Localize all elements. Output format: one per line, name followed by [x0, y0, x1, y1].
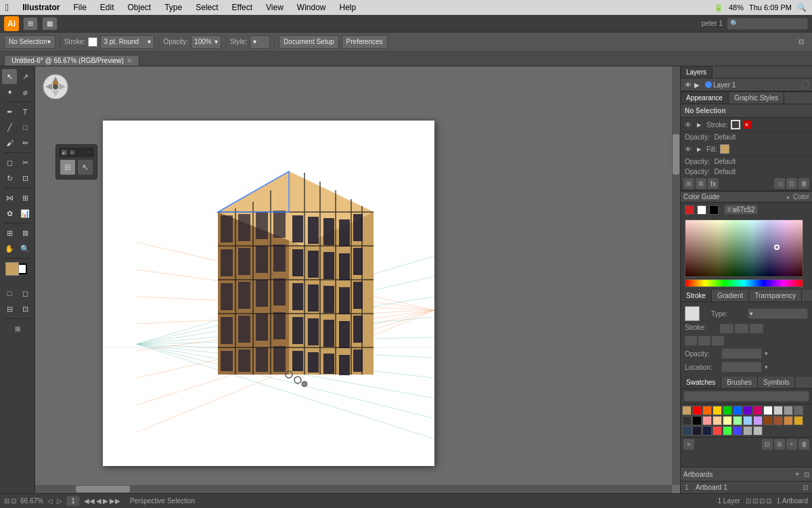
color-picker-square[interactable]: [685, 219, 803, 277]
menu-edit[interactable]: Edit: [97, 3, 117, 12]
nav-first[interactable]: ◀◀: [84, 497, 95, 505]
artboard-add[interactable]: +: [792, 469, 803, 480]
fill-swatch[interactable]: [5, 262, 19, 276]
butt-cap[interactable]: [685, 336, 697, 345]
hand-tool[interactable]: ✋: [2, 241, 17, 256]
swatch-cell-9[interactable]: [773, 406, 783, 415]
delete-item[interactable]: 🗑: [798, 178, 809, 189]
menu-object[interactable]: Object: [125, 3, 154, 12]
stroke-dash-1[interactable]: [720, 324, 734, 333]
swatch-cell-17[interactable]: [733, 416, 742, 425]
magic-wand-tool[interactable]: ✦: [2, 85, 17, 100]
show-swatch-kinds[interactable]: ⊡: [762, 439, 773, 450]
layer-btn-1[interactable]: ⊡: [746, 497, 751, 505]
nav-prev[interactable]: ◀: [96, 497, 102, 505]
layer-btn-2[interactable]: ⊡: [752, 497, 758, 505]
swatch-cell-7[interactable]: [753, 406, 763, 415]
symbol-sprayer-tool[interactable]: ✿: [2, 206, 17, 221]
swatch-cell-22[interactable]: [784, 416, 793, 425]
float-widget-menu[interactable]: ⋯: [85, 149, 91, 156]
swatch-cell-5[interactable]: [733, 406, 742, 415]
preferences-button[interactable]: Preferences: [342, 35, 388, 49]
swatch-cell-2[interactable]: [702, 406, 712, 415]
menu-view[interactable]: View: [263, 3, 286, 12]
normal-mode[interactable]: □: [2, 286, 17, 301]
swatch-cell-6[interactable]: [743, 406, 752, 415]
delete-swatch[interactable]: 🗑: [798, 439, 809, 450]
style-field[interactable]: ▾: [250, 35, 270, 49]
new-swatch[interactable]: +: [786, 439, 797, 450]
line-tool[interactable]: ╱: [2, 120, 17, 135]
swatch-cell-15[interactable]: [713, 416, 722, 425]
lasso-tool[interactable]: ⌀: [18, 85, 32, 100]
status-btn-2[interactable]: ⊡: [11, 497, 16, 505]
slice-tool[interactable]: ⊠: [18, 226, 32, 240]
status-btn-1[interactable]: ⊟: [4, 497, 9, 505]
swatches-search-input[interactable]: [683, 391, 809, 402]
swatch-cell-24[interactable]: [682, 426, 692, 436]
swatch-cell-18[interactable]: [743, 416, 752, 425]
menu-select[interactable]: Select: [193, 3, 221, 12]
swatch-cell-20[interactable]: [763, 416, 773, 425]
behind-mode[interactable]: ◻: [18, 286, 32, 301]
layer-arrow[interactable]: ▶: [694, 81, 704, 89]
free-transform-tool[interactable]: ⊞: [18, 190, 32, 205]
column-graph-tool[interactable]: 📊: [18, 206, 32, 221]
swatch-cell-27[interactable]: [713, 426, 722, 436]
tab-symbols[interactable]: Symbols: [758, 377, 795, 388]
rotate-tool[interactable]: ↻: [2, 171, 17, 186]
opacity-input[interactable]: [721, 348, 762, 359]
swatch-cell-1[interactable]: [692, 406, 702, 415]
warp-tool[interactable]: ⋈: [2, 190, 17, 205]
artboard-menu[interactable]: ⊡: [804, 471, 809, 478]
selection-tool[interactable]: ↖: [2, 69, 17, 84]
swatch-cell-14[interactable]: [702, 416, 712, 425]
tab-graphic-styles[interactable]: Graphic Styles: [729, 92, 784, 104]
tab-transparency[interactable]: Transparency: [749, 290, 802, 301]
scale-tool[interactable]: ⊡: [18, 171, 32, 186]
vertical-scrollbar[interactable]: [672, 66, 680, 485]
swatch-cell-19[interactable]: [753, 416, 763, 425]
tab-close-button[interactable]: ✕: [127, 57, 132, 64]
swatch-cell-28[interactable]: [723, 426, 732, 436]
vertical-scroll-thumb[interactable]: [673, 134, 679, 175]
menu-file[interactable]: File: [70, 3, 89, 12]
menu-help[interactable]: Help: [337, 3, 359, 12]
nav-next[interactable]: ▶: [103, 497, 108, 505]
pen-tool[interactable]: ✒: [2, 104, 17, 119]
black-swatch[interactable]: [709, 205, 719, 215]
swatch-cell-29[interactable]: [733, 426, 742, 436]
opacity-field[interactable]: 100% ▾: [191, 35, 221, 49]
fill-icon[interactable]: [720, 144, 729, 154]
add-new-effect[interactable]: ⊞: [683, 178, 694, 189]
zoom-prev[interactable]: ◁: [47, 497, 53, 505]
zoom-next[interactable]: ▷: [57, 497, 62, 505]
tab-stroke[interactable]: Stroke: [681, 290, 712, 301]
layer-select-circle[interactable]: [801, 81, 809, 89]
tab-swatches[interactable]: Swatches: [681, 377, 721, 388]
type-dropdown[interactable]: ▾: [748, 308, 808, 319]
horizontal-scrollbar[interactable]: [35, 485, 672, 493]
location-input[interactable]: [721, 362, 762, 373]
stroke-dash-3[interactable]: [750, 324, 763, 333]
stroke-width-field[interactable]: 3 pt. Round ▾: [100, 35, 154, 49]
tab-layers[interactable]: Layers: [681, 66, 713, 78]
tab-brushes[interactable]: Brushes: [721, 377, 758, 388]
stroke-icon[interactable]: [731, 120, 740, 129]
stroke-dash-2[interactable]: [735, 324, 748, 333]
document-setup-button[interactable]: Document Setup: [279, 35, 339, 49]
nav-last[interactable]: ▶▶: [110, 497, 120, 505]
stroke-color-box[interactable]: [685, 306, 700, 321]
horizontal-scroll-thumb[interactable]: [76, 486, 130, 492]
swatch-cell-31[interactable]: [753, 426, 763, 436]
swatch-cell-12[interactable]: [682, 416, 692, 425]
app-name[interactable]: Illustrator: [20, 3, 62, 12]
document-tab[interactable]: Untitled-6* @ 66.67% (RGB/Preview) ✕: [4, 55, 139, 66]
clear-appearance[interactable]: ⊠: [696, 178, 706, 189]
page-input[interactable]: 1: [66, 496, 80, 507]
swatch-cell-4[interactable]: [723, 406, 732, 415]
view-toggle[interactable]: ▦: [42, 17, 58, 30]
scissors-tool[interactable]: ✂: [18, 155, 32, 170]
full-screen-mode[interactable]: ⊡: [18, 301, 32, 316]
menu-effect[interactable]: Effect: [229, 3, 255, 12]
